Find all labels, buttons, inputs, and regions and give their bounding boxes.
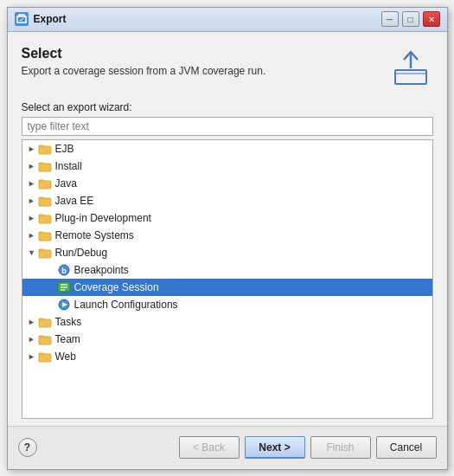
svg-rect-4 bbox=[39, 146, 51, 154]
svg-rect-9 bbox=[39, 233, 51, 241]
svg-rect-10 bbox=[39, 250, 51, 258]
expand-icon-team[interactable]: ► bbox=[26, 333, 38, 345]
dialog-content: Select Export a coverage session from a … bbox=[8, 32, 447, 426]
restore-button[interactable]: □ bbox=[402, 11, 419, 27]
expand-icon-web[interactable]: ► bbox=[26, 351, 38, 363]
svg-text:b: b bbox=[61, 267, 67, 275]
window-title: Export bbox=[34, 13, 381, 25]
tree-label-launch: Launch Configurations bbox=[74, 299, 178, 311]
svg-rect-21 bbox=[39, 354, 51, 362]
tree-item-launch[interactable]: Launch Configurations bbox=[22, 296, 432, 313]
tree-item-remote[interactable]: ► Remote Systems bbox=[22, 227, 432, 244]
svg-rect-1 bbox=[395, 70, 426, 84]
page-subtext: Export a coverage session from a JVM cov… bbox=[22, 65, 433, 77]
tree-label-javaee: Java EE bbox=[55, 195, 94, 207]
tree-label-coverage: Coverage Session bbox=[74, 281, 159, 293]
tree-item-rundebug[interactable]: ▼ Run/Debug bbox=[22, 244, 432, 261]
header-area: Select Export a coverage session from a … bbox=[22, 46, 433, 91]
expand-icon-rundebug[interactable]: ▼ bbox=[26, 247, 38, 259]
finish-button[interactable]: Finish bbox=[310, 436, 371, 459]
tree-label-ejb: EJB bbox=[55, 143, 74, 155]
window-controls: ─ □ ✕ bbox=[381, 11, 440, 27]
expand-icon-install[interactable]: ► bbox=[26, 160, 38, 172]
next-button[interactable]: Next > bbox=[245, 436, 305, 459]
close-button[interactable]: ✕ bbox=[423, 11, 440, 27]
tree-item-team[interactable]: ► Team bbox=[22, 331, 432, 348]
wizard-label: Select an export wizard: bbox=[22, 101, 433, 113]
window-icon bbox=[15, 12, 29, 26]
page-heading: Select bbox=[22, 46, 433, 61]
tree-item-coverage[interactable]: Coverage Session bbox=[22, 279, 432, 296]
expand-icon-tasks[interactable]: ► bbox=[26, 316, 38, 328]
svg-rect-19 bbox=[39, 319, 51, 327]
tree-label-rundebug: Run/Debug bbox=[55, 247, 108, 259]
export-window: Export ─ □ ✕ Select Export a coverage se… bbox=[7, 7, 448, 470]
tree-item-tasks[interactable]: ► Tasks bbox=[22, 313, 432, 331]
tree-label-team: Team bbox=[55, 333, 80, 345]
tree-label-tasks: Tasks bbox=[55, 316, 82, 328]
back-button[interactable]: < Back bbox=[179, 436, 240, 459]
tree-label-web: Web bbox=[55, 351, 76, 363]
tree-label-java: Java bbox=[55, 177, 77, 190]
expand-icon-javaee[interactable]: ► bbox=[26, 195, 38, 207]
tree-label-remote: Remote Systems bbox=[55, 229, 134, 241]
tree-item-ejb[interactable]: ► EJB bbox=[22, 140, 432, 158]
tree-item-plugin[interactable]: ► Plug-in Development bbox=[22, 209, 432, 227]
cancel-button[interactable]: Cancel bbox=[376, 436, 437, 459]
expand-icon-ejb[interactable]: ► bbox=[26, 143, 38, 155]
svg-rect-6 bbox=[39, 181, 51, 189]
expand-icon-remote[interactable]: ► bbox=[26, 229, 38, 241]
svg-rect-20 bbox=[39, 337, 51, 344]
tree-item-java[interactable]: ► Java bbox=[22, 175, 432, 192]
tree-label-plugin: Plug-in Development bbox=[55, 212, 151, 224]
svg-rect-8 bbox=[39, 215, 51, 223]
minimize-button[interactable]: ─ bbox=[381, 11, 399, 27]
expand-icon-java[interactable]: ► bbox=[26, 177, 38, 190]
tree-label-breakpoints: Breakpoints bbox=[74, 264, 129, 276]
tree-item-web[interactable]: ► Web bbox=[22, 348, 432, 365]
filter-input[interactable] bbox=[22, 117, 433, 136]
tree-item-javaee[interactable]: ► Java EE bbox=[22, 192, 432, 209]
dialog-footer: ? < Back Next > Finish Cancel bbox=[8, 426, 447, 469]
export-icon bbox=[388, 46, 433, 91]
svg-rect-5 bbox=[39, 164, 51, 171]
tree-item-breakpoints[interactable]: b Breakpoints bbox=[22, 261, 432, 279]
title-bar: Export ─ □ ✕ bbox=[8, 8, 447, 32]
tree-container[interactable]: ► EJB ► Install ► bbox=[22, 139, 433, 419]
tree-item-install[interactable]: ► Install bbox=[22, 158, 432, 175]
expand-icon-plugin[interactable]: ► bbox=[26, 212, 38, 224]
svg-rect-7 bbox=[39, 198, 51, 206]
help-button[interactable]: ? bbox=[18, 438, 37, 457]
tree-label-install: Install bbox=[55, 160, 82, 172]
